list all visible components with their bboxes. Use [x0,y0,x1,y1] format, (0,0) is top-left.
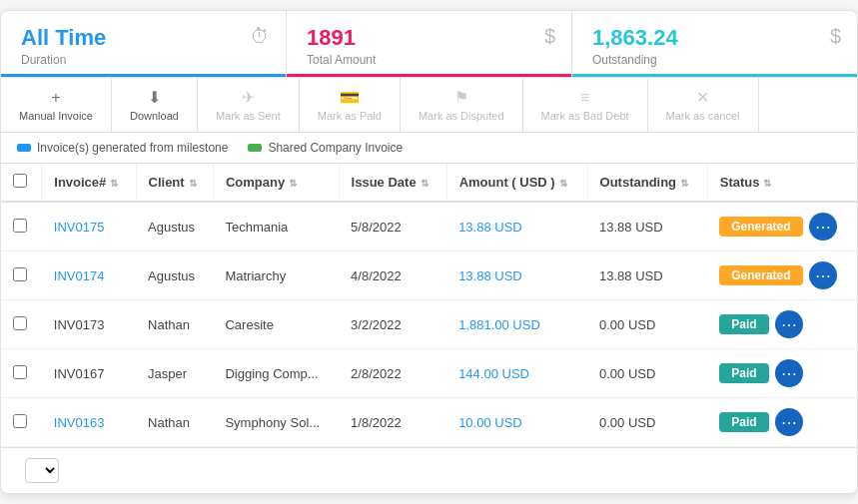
client-INV0175: Agustus [136,202,213,252]
company-INV0173: Caresite [213,300,339,349]
client-INV0174: Agustus [136,252,213,300]
outstanding-INV0175: 13.88 USD [587,202,707,252]
toolbar-btn-mark-bad-debt: ≡Mark as Bad Debt [523,79,648,132]
checkbox-INV0174[interactable] [13,267,27,281]
status-cell-INV0175: Generated⋯ [707,203,857,251]
table-header: Invoice#⇅Client⇅Company⇅Issue Date⇅Amoun… [1,164,857,202]
more-btn-INV0167[interactable]: ⋯ [775,359,803,387]
legend-item-milestone: Invoice(s) generated from milestone [17,141,228,155]
sort-icon-outstanding[interactable]: ⇅ [680,178,688,189]
legend-label-shared: Shared Company Invoice [268,141,403,155]
row-checkbox-INV0163 [1,398,42,447]
client-INV0163: Nathan [136,398,213,447]
toolbar-icon-manual-invoice: + [51,89,60,107]
more-btn-INV0174[interactable]: ⋯ [809,261,837,289]
more-btn-INV0163[interactable]: ⋯ [775,408,803,436]
toolbar-btn-manual-invoice[interactable]: +Manual Invoice [1,79,112,132]
stat-card-duration: All TimeDuration⏱ [1,11,287,77]
invoice-num-INV0173: INV0173 [42,300,136,349]
th-invoice[interactable]: Invoice#⇅ [42,164,136,202]
show-control [17,458,59,483]
outstanding-INV0173: 0.00 USD [587,300,707,349]
more-btn-INV0175[interactable]: ⋯ [809,213,837,241]
stat-label-outstanding: Outstanding [592,53,837,67]
issue-date-INV0167: 2/8/2022 [339,349,446,398]
sort-icon-amount[interactable]: ⇅ [559,178,567,189]
sort-icon-client[interactable]: ⇅ [189,178,197,189]
checkbox-INV0163[interactable] [13,414,27,428]
stat-bar-total [287,74,571,77]
th-company[interactable]: Company⇅ [213,164,339,202]
toolbar-btn-mark-disputed: ⚑Mark as Disputed [401,78,523,132]
status-badge-INV0175: Generated [719,217,802,237]
invoice-num-INV0174[interactable]: INV0174 [42,252,136,300]
company-INV0174: Matriarchy [213,252,339,300]
stat-bar-duration [1,74,286,77]
toolbar-label-mark-cancel: Mark as cancel [666,110,740,122]
more-btn-INV0173[interactable]: ⋯ [775,310,803,338]
issue-date-INV0163: 1/8/2022 [339,398,446,447]
table-row: INV0173NathanCaresite3/2/20221,881.00 US… [1,300,857,349]
outstanding-INV0174: 13.88 USD [587,252,707,300]
th-amount[interactable]: Amount ( USD )⇅ [446,164,587,202]
stat-card-outstanding: 1,863.24Outstanding$ [572,11,857,77]
th-client[interactable]: Client⇅ [136,164,213,202]
toolbar-label-mark-paid: Mark as Paid [318,110,382,122]
show-select[interactable] [25,458,59,483]
company-INV0167: Digging Comp... [213,349,339,398]
stat-bar-outstanding [572,74,857,77]
table-row: INV0175AgustusTechmania5/8/202213.88 USD… [1,202,857,252]
checkbox-INV0167[interactable] [13,365,27,379]
checkbox-INV0175[interactable] [13,219,27,233]
toolbar-icon-mark-disputed: ⚑ [454,88,468,107]
stat-card-total: 1891Total Amount$ [287,11,572,77]
amount-INV0174[interactable]: 13.88 USD [446,252,587,300]
th-issue_date[interactable]: Issue Date⇅ [339,164,446,202]
toolbar-label-mark-bad-debt: Mark as Bad Debt [541,110,629,122]
toolbar-icon-download: ⬇ [148,88,161,107]
invoice-num-INV0167: INV0167 [42,349,136,398]
outstanding-INV0167: 0.00 USD [587,349,707,398]
toolbar-btn-download[interactable]: ⬇Download [112,78,198,132]
amount-INV0175[interactable]: 13.88 USD [446,202,587,252]
toolbar-label-mark-sent: Mark as Sent [216,110,281,122]
issue-date-INV0175: 5/8/2022 [339,202,446,252]
status-badge-INV0163: Paid [719,412,768,432]
stat-title-outstanding: 1,863.24 [592,25,837,51]
table-row: INV0163NathanSymphony Sol...1/8/202210.0… [1,398,857,447]
sort-icon-issue_date[interactable]: ⇅ [421,178,429,189]
sort-icon-invoice[interactable]: ⇅ [110,178,118,189]
status-badge-INV0167: Paid [719,363,768,383]
main-container: All TimeDuration⏱1891Total Amount$1,863.… [0,10,858,494]
checkbox-INV0173[interactable] [13,316,27,330]
amount-INV0173[interactable]: 1,881.00 USD [446,300,587,349]
table-row: INV0174AgustusMatriarchy4/8/202213.88 US… [1,252,857,300]
amount-INV0167[interactable]: 144.00 USD [446,349,587,398]
select-all-checkbox[interactable] [13,174,27,188]
outstanding-INV0163: 0.00 USD [587,398,707,447]
invoice-num-INV0163[interactable]: INV0163 [42,398,136,447]
row-checkbox-INV0167 [1,349,42,398]
client-INV0173: Nathan [136,300,213,349]
legend-label-milestone: Invoice(s) generated from milestone [37,141,228,155]
amount-INV0163[interactable]: 10.00 USD [446,398,587,447]
status-cell-INV0173: Paid⋯ [707,300,857,348]
th-status[interactable]: Status⇅ [707,164,857,202]
sort-icon-status[interactable]: ⇅ [763,178,771,189]
stats-row: All TimeDuration⏱1891Total Amount$1,863.… [1,11,857,78]
toolbar-icon-mark-bad-debt: ≡ [580,89,589,107]
invoice-num-INV0175[interactable]: INV0175 [42,202,136,252]
status-cell-INV0174: Generated⋯ [707,252,857,299]
sort-icon-company[interactable]: ⇅ [289,178,297,189]
stat-icon-outstanding: $ [830,25,841,48]
issue-date-INV0174: 4/8/2022 [339,252,446,300]
toolbar-btn-mark-paid: 💳Mark as Paid [300,78,401,132]
th-outstanding[interactable]: Outstanding⇅ [587,164,707,202]
client-INV0167: Jasper [136,349,213,398]
stat-title-total: 1891 [307,25,551,51]
toolbar-btn-mark-sent: ✈Mark as Sent [198,78,300,132]
row-checkbox-INV0174 [1,252,42,300]
table-row: INV0167JasperDigging Comp...2/8/2022144.… [1,349,857,398]
issue-date-INV0173: 3/2/2022 [339,300,446,349]
status-badge-INV0173: Paid [719,314,768,334]
